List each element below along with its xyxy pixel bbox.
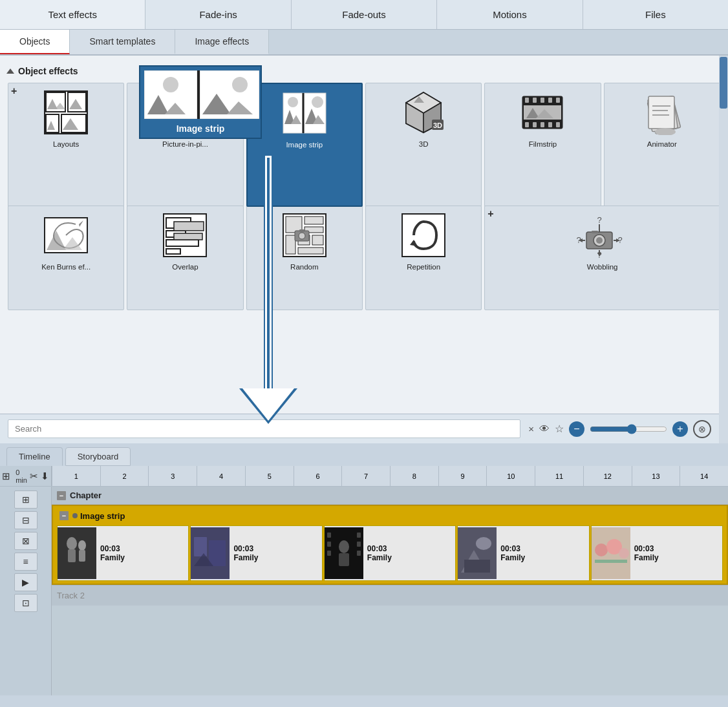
arrow-icon[interactable]: ⬇ xyxy=(41,470,49,482)
tab-files[interactable]: Files xyxy=(583,0,728,29)
search-clear-button[interactable]: × xyxy=(528,423,534,434)
tab-fade-outs[interactable]: Fade-outs xyxy=(292,0,437,29)
effect-3d[interactable]: 3D 3D xyxy=(365,83,482,207)
tab-motions[interactable]: Motions xyxy=(437,0,583,29)
svg-rect-112 xyxy=(327,533,331,538)
effect-overlap[interactable]: Overlap xyxy=(127,206,243,310)
clip-name-4: Family xyxy=(500,553,525,562)
svg-rect-35 xyxy=(533,98,537,103)
timeline-tracks: − Chapter − Image strip xyxy=(52,487,728,695)
strip-header: − Image strip xyxy=(54,507,725,524)
tab-timeline[interactable]: Timeline xyxy=(6,447,63,466)
scrollbar[interactable] xyxy=(719,56,728,443)
svg-rect-83 xyxy=(592,231,598,233)
tool-6[interactable]: ⊡ xyxy=(14,594,37,612)
search-input[interactable] xyxy=(8,419,520,438)
effect-kenburns[interactable]: Ken Burns ef... xyxy=(8,206,124,310)
svg-rect-63 xyxy=(174,222,204,231)
timeline-ruler-row: ⊞ 0 min ✂ ⬇ 1 2 3 4 5 6 7 8 9 10 11 12 1… xyxy=(0,466,728,487)
strip-collapse-btn[interactable]: − xyxy=(59,511,69,520)
top-tabs: Text effects Fade-ins Fade-outs Motions … xyxy=(0,0,728,30)
effect-layouts[interactable]: + Layout xyxy=(8,83,124,207)
ruler-mark-13: 13 xyxy=(632,466,680,487)
ruler-mark-8: 8 xyxy=(390,466,438,487)
svg-rect-104 xyxy=(68,549,76,562)
effect-icon-animator xyxy=(607,87,717,138)
clip-meta-1: 00:03 Family xyxy=(96,542,129,565)
svg-rect-42 xyxy=(548,122,552,127)
strip-row: − Image strip xyxy=(52,505,728,585)
effect-filmstrip[interactable]: Filmstrip xyxy=(484,83,601,207)
ruler-mark-2: 2 xyxy=(100,466,149,487)
clip-name-2: Family xyxy=(233,553,258,562)
zoom-in-button[interactable]: + xyxy=(672,421,688,437)
timeline-content: ⊞ 0 min ✂ ⬇ 1 2 3 4 5 6 7 8 9 10 11 12 1… xyxy=(0,466,728,695)
track2-label: Track 2 xyxy=(57,591,85,600)
tab-storyboard[interactable]: Storyboard xyxy=(65,447,131,466)
effect-image-strip[interactable]: + Image strip xyxy=(246,83,363,207)
section-title: Object effects xyxy=(18,66,78,76)
scissors-icon[interactable]: ✂ xyxy=(30,470,38,482)
svg-rect-43 xyxy=(556,122,560,127)
zoom-fit-icon[interactable]: ⊗ xyxy=(693,420,711,438)
tab-text-effects[interactable]: Text effects xyxy=(0,0,145,29)
image-strip-tooltip: Image strip xyxy=(139,65,262,139)
tooltip-label: Image strip xyxy=(144,123,257,134)
tool-2[interactable]: ⊟ xyxy=(14,511,37,529)
clip-meta-2: 00:03 Family xyxy=(230,542,262,565)
chapter-collapse-btn[interactable]: − xyxy=(57,491,66,500)
clip-time-4: 00:03 xyxy=(500,544,525,553)
svg-rect-41 xyxy=(541,122,544,127)
zoom-slider[interactable] xyxy=(590,424,667,434)
svg-rect-69 xyxy=(286,235,295,254)
eye-icon[interactable]: 👁 xyxy=(539,423,550,435)
clip-2[interactable]: 00:03 Family xyxy=(190,525,322,581)
scrollbar-thumb[interactable] xyxy=(720,57,727,109)
effect-label-pip: Picture-in-pi... xyxy=(162,140,208,148)
timeline-body: ⊞ ⊟ ⊠ ≡ ▶ ⊡ − Chapter − xyxy=(0,487,728,695)
effect-label-3d: 3D xyxy=(419,140,429,148)
svg-rect-34 xyxy=(525,98,529,103)
effect-label-kenburns: Ken Burns ef... xyxy=(41,263,91,271)
effect-random[interactable]: Random xyxy=(246,206,363,310)
tool-5[interactable]: ▶ xyxy=(14,573,37,591)
svg-rect-39 xyxy=(525,122,529,127)
effect-wobbling[interactable]: + ? ? ? ? xyxy=(484,206,720,310)
svg-point-100 xyxy=(232,77,248,92)
svg-rect-117 xyxy=(357,551,361,556)
clip-thumb-5 xyxy=(592,527,630,579)
svg-text:?: ? xyxy=(597,215,601,225)
effect-icon-wobbling: ? ? ? ? xyxy=(487,210,717,260)
effect-label-strip: Image strip xyxy=(286,141,323,149)
zoom-out-button[interactable]: − xyxy=(569,421,584,437)
svg-rect-76 xyxy=(402,214,445,257)
svg-rect-106 xyxy=(79,550,85,562)
tool-1[interactable]: ⊞ xyxy=(14,491,37,509)
svg-point-74 xyxy=(299,233,305,239)
clip-3[interactable]: 00:03 Family xyxy=(324,525,456,581)
timeline-tools: ⊞ ⊟ ⊠ ≡ ▶ ⊡ xyxy=(0,487,52,695)
effects-grid-2: Ken Burns ef... Overlap xyxy=(0,203,728,313)
timeline-tabs: Timeline Storyboard xyxy=(0,443,728,466)
clip-thumb-4 xyxy=(458,527,497,579)
tool-3[interactable]: ⊠ xyxy=(14,532,37,550)
grid-icon[interactable]: ⊞ xyxy=(2,470,10,482)
tab-fade-ins[interactable]: Fade-ins xyxy=(145,0,291,29)
tool-4[interactable]: ≡ xyxy=(14,553,37,571)
clip-1[interactable]: 00:03 Family xyxy=(57,525,189,581)
star-icon[interactable]: ☆ xyxy=(555,423,564,435)
effect-repetition[interactable]: Repetition xyxy=(365,206,482,310)
effect-animator[interactable]: Animator xyxy=(604,83,720,207)
secondary-tabs: Objects Smart templates Image effects xyxy=(0,30,728,56)
clip-4[interactable]: 00:03 Family xyxy=(457,525,589,581)
clip-5[interactable]: 00:03 Family xyxy=(591,525,723,581)
clip-time-5: 00:03 xyxy=(634,544,659,553)
tab-image-effects[interactable]: Image effects xyxy=(175,30,269,54)
ruler-mark-11: 11 xyxy=(535,466,583,487)
tab-objects[interactable]: Objects xyxy=(0,30,70,54)
svg-point-127 xyxy=(619,548,629,558)
strip-dot xyxy=(72,513,78,518)
tab-smart-templates[interactable]: Smart templates xyxy=(70,30,175,54)
collapse-icon[interactable] xyxy=(6,69,14,74)
clip-meta-3: 00:03 Family xyxy=(363,542,396,565)
